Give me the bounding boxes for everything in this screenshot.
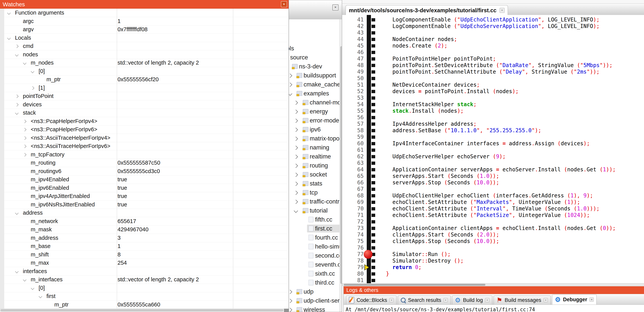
- watch-row[interactable]: first: [4, 292, 288, 301]
- watch-row[interactable]: <ns3::AsciiTraceHelperForIpv6>: [4, 142, 288, 151]
- code-line-71[interactable]: 71 echoClient.SetAttribute ("PacketSize"…: [342, 212, 644, 218]
- watch-row[interactable]: m_interfacesstd::vector of length 2, cap…: [4, 275, 288, 284]
- expander-icon[interactable]: [15, 53, 18, 56]
- code-text[interactable]: InternetStackHelper stack;: [386, 101, 476, 108]
- expander-icon[interactable]: [294, 146, 298, 150]
- line-number[interactable]: 76: [342, 245, 364, 251]
- watch-row[interactable]: devices: [4, 100, 288, 109]
- code-line-61[interactable]: 61: [342, 147, 644, 153]
- expander-icon[interactable]: [31, 70, 34, 73]
- watch-row[interactable]: m_ipv4ArpJitterEnabledtrue: [4, 192, 288, 200]
- expander-icon[interactable]: [23, 120, 26, 123]
- line-number[interactable]: 68: [342, 192, 364, 199]
- expander-icon[interactable]: [294, 137, 298, 141]
- code-line-79[interactable]: 79 return 0;: [342, 264, 644, 271]
- code-line-41[interactable]: 41 LogComponentEnable ("UdpEchoClientApp…: [342, 16, 644, 23]
- expander-icon[interactable]: [23, 61, 26, 65]
- watch-row[interactable]: nodes: [4, 50, 288, 59]
- code-text[interactable]: pointToPoint.SetDeviceAttribute ("DataRa…: [386, 62, 612, 69]
- code-line-46[interactable]: 46: [342, 49, 644, 56]
- line-number[interactable]: 55: [342, 108, 364, 114]
- line-number[interactable]: 73: [342, 225, 364, 232]
- expander-icon[interactable]: [294, 173, 298, 177]
- code-line-51[interactable]: 51 NetDeviceContainer devices;: [342, 82, 644, 88]
- line-number[interactable]: 69: [342, 199, 364, 205]
- editor-tab-first-cc[interactable]: mnt/dev/tools/source/ns-3-dev/examples/t…: [346, 5, 508, 15]
- watch-row[interactable]: <ns3::PcapHelperForIpv4>: [4, 117, 288, 126]
- code-line-77[interactable]: 77 Simulator::Run ();: [342, 251, 644, 258]
- code-text[interactable]: stack.Install (nodes);: [386, 108, 464, 114]
- code-text[interactable]: PointToPointHelper pointToPoint;: [386, 56, 496, 62]
- code-line-80[interactable]: 80}: [342, 271, 644, 277]
- code-text[interactable]: clientApps.Stop (Seconds (10.0));: [386, 238, 499, 245]
- expander-icon[interactable]: [15, 103, 18, 106]
- watch-row[interactable]: m_network655617: [4, 217, 288, 226]
- expander-icon[interactable]: [15, 44, 18, 48]
- line-number[interactable]: 52: [342, 88, 364, 95]
- line-number[interactable]: 51: [342, 82, 364, 88]
- watch-row[interactable]: Function arguments: [4, 9, 288, 17]
- code-line-68[interactable]: 68 UdpEchoClientHelper echoClient (inter…: [342, 192, 644, 199]
- watch-row[interactable]: m_routing0x555555587c50: [4, 159, 288, 167]
- code-text[interactable]: ApplicationContainer clientApps = echoCl…: [386, 225, 616, 232]
- watch-row[interactable]: <ns3::AsciiTraceHelperForIpv4>: [4, 134, 288, 142]
- expander-icon[interactable]: [294, 155, 298, 159]
- code-text[interactable]: UdpEchoClientHelper echoClient (interfac…: [386, 192, 593, 199]
- line-number[interactable]: 59: [342, 134, 364, 140]
- watch-row[interactable]: cmd: [4, 42, 288, 50]
- code-line-47[interactable]: 47 PointToPointHelper pointToPoint;: [342, 56, 644, 62]
- watch-row[interactable]: m_max254: [4, 259, 288, 267]
- code-line-54[interactable]: 54 InternetStackHelper stack;: [342, 101, 644, 108]
- watches-column-divider[interactable]: [117, 9, 117, 309]
- line-number[interactable]: 56: [342, 114, 364, 121]
- expander-icon[interactable]: [294, 128, 298, 132]
- code-line-74[interactable]: 74 clientApps.Start (Seconds (2.0));: [342, 232, 644, 238]
- code-text[interactable]: Ipv4AddressHelper address;: [386, 121, 476, 127]
- expander-icon[interactable]: [294, 191, 298, 195]
- expander-icon[interactable]: [15, 211, 18, 215]
- code-line-58[interactable]: 58 address.SetBase ("10.1.1.0", "255.255…: [342, 127, 644, 134]
- code-line-42[interactable]: 42 LogComponentEnable ("UdpEchoServerApp…: [342, 23, 644, 29]
- code-text[interactable]: echoClient.SetAttribute ("Interval", Tim…: [386, 205, 600, 212]
- watch-row[interactable]: Locals: [4, 34, 288, 42]
- watch-row[interactable]: pointToPoint: [4, 92, 288, 100]
- watch-row[interactable]: [1]: [4, 84, 288, 92]
- watch-row[interactable]: m_shift8: [4, 251, 288, 259]
- editor-scrollbar-thumb[interactable]: [344, 284, 486, 286]
- expander-icon[interactable]: [23, 136, 26, 140]
- code-line-67[interactable]: 67: [342, 186, 644, 192]
- watch-row[interactable]: m_base1: [4, 242, 288, 251]
- code-line-69[interactable]: 69 echoClient.SetAttribute ("MaxPackets"…: [342, 199, 644, 205]
- close-icon[interactable]: ×: [332, 4, 338, 10]
- line-number[interactable]: 47: [342, 56, 364, 62]
- code-line-57[interactable]: 57 Ipv4AddressHelper address;: [342, 121, 644, 127]
- line-number[interactable]: 44: [342, 36, 364, 42]
- watches-horizontal-scrollbar[interactable]: [0, 309, 288, 312]
- code-text[interactable]: echoClient.SetAttribute ("MaxPackets", U…: [386, 199, 580, 205]
- line-number[interactable]: 71: [342, 212, 364, 218]
- expander-icon[interactable]: [294, 200, 298, 204]
- watch-row[interactable]: stack: [4, 109, 288, 117]
- watch-row[interactable]: argv0x7fffffffdf08: [4, 25, 288, 34]
- code-text[interactable]: LogComponentEnable ("UdpEchoServerApplic…: [386, 23, 600, 29]
- line-number[interactable]: 54: [342, 101, 364, 108]
- line-number[interactable]: 61: [342, 147, 364, 153]
- line-number[interactable]: 79: [342, 264, 364, 271]
- line-number[interactable]: 57: [342, 121, 364, 127]
- line-number[interactable]: 67: [342, 186, 364, 192]
- line-number[interactable]: 43: [342, 29, 364, 36]
- watch-row[interactable]: m_mask4294967040: [4, 225, 288, 234]
- expander-icon[interactable]: [23, 278, 26, 281]
- code-line-65[interactable]: 65 serverApps.Start (Seconds (1.0));: [342, 173, 644, 179]
- watch-row[interactable]: m_ipv6NsRsJitterEnabledtrue: [4, 200, 288, 209]
- code-line-66[interactable]: 66 serverApps.Stop (Seconds (10.0));: [342, 179, 644, 186]
- code-text[interactable]: Simulator::Destroy ();: [386, 258, 464, 264]
- code-text[interactable]: nodes.Create (2);: [386, 42, 448, 49]
- expander-icon[interactable]: [7, 36, 10, 40]
- line-number[interactable]: 48: [342, 62, 364, 69]
- watch-row[interactable]: [0]: [4, 284, 288, 292]
- code-text[interactable]: address.SetBase ("10.1.1.0", "255.255.25…: [386, 127, 541, 134]
- line-number[interactable]: 78: [342, 258, 364, 264]
- line-number[interactable]: 74: [342, 232, 364, 238]
- code-area[interactable]: 41 LogComponentEnable ("UdpEchoClientApp…: [342, 15, 644, 283]
